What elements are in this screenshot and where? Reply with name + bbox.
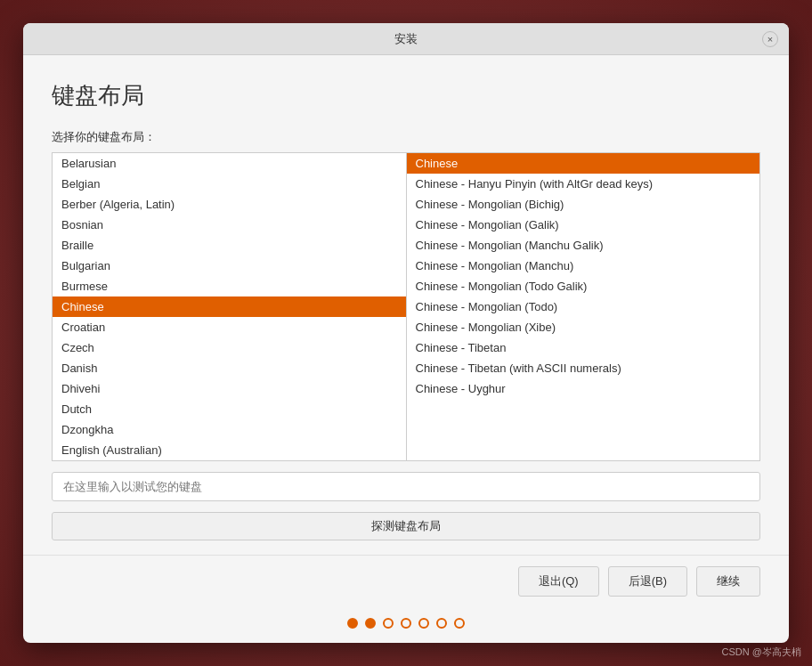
- left-list-item[interactable]: Bulgarian: [53, 256, 406, 276]
- close-button[interactable]: ×: [762, 31, 778, 47]
- progress-dots: [23, 611, 789, 643]
- quit-button[interactable]: 退出(Q): [518, 566, 599, 597]
- right-list-item[interactable]: Chinese - Mongolian (Manchu Galik): [407, 235, 760, 256]
- progress-dot-1: [365, 618, 376, 629]
- left-list-item[interactable]: Croatian: [53, 317, 406, 337]
- keyboard-lists: BelarusianBelgianBerber (Algeria, Latin)…: [52, 152, 760, 461]
- progress-dot-2: [383, 618, 394, 629]
- left-list-item[interactable]: English (Australian): [53, 440, 406, 460]
- right-list-item[interactable]: Chinese - Mongolian (Galik): [407, 215, 760, 235]
- progress-dot-5: [436, 618, 447, 629]
- footer: 退出(Q) 后退(B) 继续: [23, 555, 789, 611]
- left-list-item[interactable]: Berber (Algeria, Latin): [53, 194, 406, 215]
- page-title: 键盘布局: [52, 80, 760, 111]
- left-list-item[interactable]: Bosnian: [53, 215, 406, 235]
- right-list-item[interactable]: Chinese - Tibetan: [407, 337, 760, 358]
- content-area: 键盘布局 选择你的键盘布局： BelarusianBelgianBerber (…: [23, 55, 789, 555]
- right-list-item[interactable]: Chinese - Mongolian (Manchu): [407, 256, 760, 276]
- left-list[interactable]: BelarusianBelgianBerber (Algeria, Latin)…: [53, 153, 407, 460]
- right-list-item[interactable]: Chinese - Mongolian (Todo Galik): [407, 276, 760, 296]
- progress-dot-4: [418, 618, 429, 629]
- test-input-container: [52, 472, 760, 501]
- left-list-item[interactable]: Burmese: [53, 276, 406, 296]
- left-list-item[interactable]: Czech: [53, 337, 406, 358]
- progress-dot-6: [454, 618, 465, 629]
- right-list-item[interactable]: Chinese - Mongolian (Bichig): [407, 194, 760, 215]
- watermark: CSDN @岑高夫梢: [722, 646, 801, 659]
- back-button[interactable]: 后退(B): [608, 566, 687, 597]
- progress-dot-0: [347, 618, 358, 629]
- left-list-item[interactable]: Dutch: [53, 399, 406, 419]
- main-window: 安装 × 键盘布局 选择你的键盘布局： BelarusianBelgianBer…: [23, 23, 789, 643]
- left-list-item[interactable]: Dzongkha: [53, 419, 406, 440]
- window-title: 安装: [394, 31, 418, 47]
- right-list[interactable]: ChineseChinese - Hanyu Pinyin (with AltG…: [407, 153, 760, 460]
- keyboard-test-input[interactable]: [52, 472, 760, 501]
- right-list-item[interactable]: Chinese - Tibetan (with ASCII numerals): [407, 358, 760, 378]
- left-list-item[interactable]: Chinese: [53, 296, 406, 317]
- left-list-item[interactable]: Dhivehi: [53, 378, 406, 399]
- left-list-item[interactable]: Danish: [53, 358, 406, 378]
- continue-button[interactable]: 继续: [696, 566, 760, 597]
- titlebar: 安装 ×: [23, 23, 789, 55]
- list-label: 选择你的键盘布局：: [52, 129, 760, 145]
- detect-keyboard-button[interactable]: 探测键盘布局: [52, 512, 760, 540]
- left-list-item[interactable]: Belarusian: [53, 153, 406, 174]
- right-list-item[interactable]: Chinese - Hanyu Pinyin (with AltGr dead …: [407, 174, 760, 194]
- right-list-item[interactable]: Chinese - Mongolian (Todo): [407, 296, 760, 317]
- left-list-item[interactable]: Belgian: [53, 174, 406, 194]
- right-list-item[interactable]: Chinese - Uyghur: [407, 378, 760, 399]
- progress-dot-3: [401, 618, 411, 629]
- right-list-item[interactable]: Chinese: [407, 153, 760, 174]
- right-list-item[interactable]: Chinese - Mongolian (Xibe): [407, 317, 760, 337]
- left-list-item[interactable]: Braille: [53, 235, 406, 256]
